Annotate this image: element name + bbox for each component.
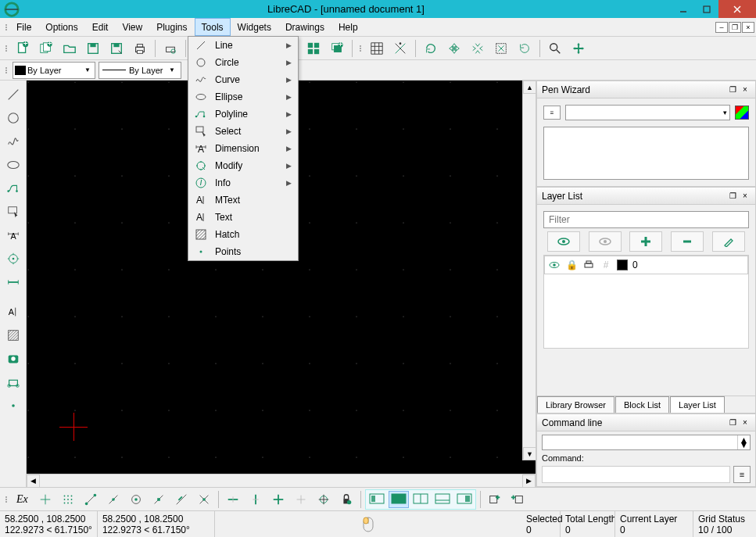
layer-color-swatch[interactable] [617,260,628,270]
layer-construction-icon[interactable]: # [600,259,612,271]
maximize-button[interactable] [695,0,718,18]
snap-distance-button[interactable] [171,489,192,510]
close-button[interactable] [718,0,756,18]
menu-item-ellipse[interactable]: Ellipse▶ [188,88,298,106]
menubar-handle[interactable] [3,18,9,36]
dimension-tool-button[interactable]: A [2,224,24,246]
tab-block-list[interactable]: Block List [615,396,669,413]
layer-color-selector[interactable]: By Layer ▼ [13,62,95,79]
menu-view[interactable]: View [115,18,149,36]
restrict-vertical-button[interactable] [245,489,266,510]
command-history-dropdown[interactable]: ▲▼ [542,435,751,450]
grid-toggle-button[interactable] [367,38,387,59]
open-button[interactable] [59,38,80,59]
block-tool-button[interactable] [2,371,24,393]
menu-help[interactable]: Help [331,18,365,36]
mdi-restore-button[interactable]: ❐ [729,22,741,33]
color-picker-button[interactable] [735,106,749,120]
remove-layer-button[interactable] [671,231,704,252]
hatch-tool-button[interactable] [2,324,24,346]
ellipse-tool-button[interactable] [2,154,24,176]
circle-tool-button[interactable] [2,107,24,129]
add-layer-button[interactable] [629,231,662,252]
screen-layout-5[interactable] [454,491,475,508]
pen-toolbar-handle[interactable] [3,67,9,73]
restrict-horizontal-button[interactable] [223,489,243,510]
mtext-tool-button[interactable]: A [2,301,24,323]
menu-plugins[interactable]: Plugins [149,18,194,36]
info-tool-button[interactable] [2,271,24,293]
view-toolbar-handle[interactable] [357,45,364,52]
zoom-window-button[interactable] [545,38,565,59]
show-all-layers-button[interactable] [547,231,580,252]
modify-tool-button[interactable] [2,248,24,270]
print-preview-button[interactable] [160,38,181,59]
snap-intersection-button[interactable] [194,489,214,510]
snap-on-entity-button[interactable] [103,489,124,510]
menu-item-text[interactable]: AText [188,209,298,226]
pen-color-dropdown[interactable]: ▾ [565,105,730,120]
toolbar-handle[interactable] [3,45,9,52]
scroll-down-button[interactable]: ▼ [523,447,536,460]
panel-undock-button[interactable]: ❐ [727,417,738,428]
vertical-scrollbar[interactable]: ▲ ▼ [522,81,536,460]
panel-undock-button[interactable]: ❐ [727,191,738,202]
command-input[interactable] [543,438,737,447]
layer-lock-icon[interactable]: 🔒 [565,259,578,271]
curve-tool-button[interactable] [2,131,24,152]
screen-layout-2[interactable] [389,491,409,508]
zoom-auto-button[interactable] [491,38,511,59]
menu-item-line[interactable]: Line▶ [188,37,298,54]
menu-tools[interactable]: Tools [195,18,231,36]
scroll-left-button[interactable]: ◀ [27,474,40,488]
menu-item-curve[interactable]: Curve▶ [188,71,298,88]
menu-item-hatch[interactable]: Hatch [188,226,298,243]
line-tool-button[interactable] [2,84,24,106]
zoom-in-button[interactable] [444,38,464,59]
tab-layer-list[interactable]: Layer List [670,396,725,413]
layer-filter-input[interactable] [543,211,749,228]
menu-item-mtext[interactable]: AMText [188,192,298,209]
lock-relative-zero-button[interactable] [336,489,357,510]
snap-grid-button[interactable] [58,489,78,510]
layer-print-icon[interactable] [582,259,595,271]
edit-layer-button[interactable] [712,231,745,252]
window-cascade-button[interactable]: + [327,38,347,59]
point-tool-button[interactable] [2,395,24,417]
layer-visible-icon[interactable] [548,259,561,271]
zoom-previous-button[interactable] [514,38,535,59]
print-button[interactable] [130,38,150,59]
save-as-button[interactable] [106,38,127,59]
menu-item-polyline[interactable]: Polyline▶ [188,106,298,123]
snap-center-button[interactable] [126,489,146,510]
screen-layout-1[interactable] [367,491,387,508]
relative-zero-button[interactable] [314,489,334,510]
panel-close-button[interactable]: × [740,191,751,202]
restrict-nothing-button[interactable] [291,489,311,510]
save-button[interactable] [83,38,103,59]
menu-item-dimension[interactable]: ADimension▶ [188,140,298,157]
new-from-template-button[interactable]: + [36,38,56,59]
pen-width-stepper[interactable]: ≡ [543,106,561,120]
menu-item-points[interactable]: Points [188,243,298,260]
snap-middle-button[interactable] [149,489,169,510]
menu-item-select[interactable]: Select▶ [188,123,298,140]
panel-close-button[interactable]: × [740,417,751,428]
menu-drawings[interactable]: Drawings [278,18,331,36]
mdi-minimize-button[interactable]: – [715,22,728,33]
window-tile-button[interactable] [303,38,324,59]
minimize-button[interactable] [672,0,695,18]
screen-layout-4[interactable] [432,491,453,508]
redraw-button[interactable] [421,38,441,59]
restrict-orthogonal-button[interactable] [268,489,288,510]
menu-item-info[interactable]: iInfo▶ [188,174,298,192]
menu-edit[interactable]: Edit [85,18,116,36]
panel-close-button[interactable]: × [740,84,751,95]
draft-mode-button[interactable] [390,38,410,59]
select-tool-button[interactable] [2,201,24,223]
snap-endpoint-button[interactable] [81,489,101,510]
scroll-right-button[interactable]: ▶ [522,474,536,488]
panel-undock-button[interactable]: ❐ [727,84,738,95]
menu-widgets[interactable]: Widgets [231,18,278,36]
horizontal-scrollbar[interactable]: ◀ ▶ [27,474,536,487]
